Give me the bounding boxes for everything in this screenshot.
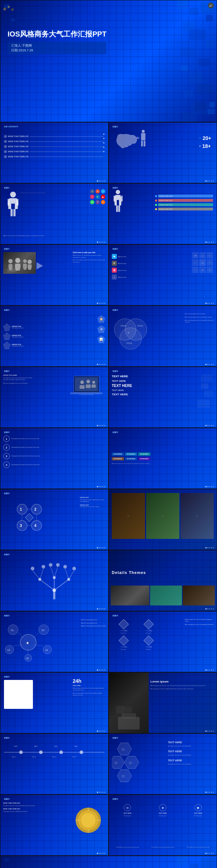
slide-14: 标题02 1 2 3 4 [0,489,109,550]
svg-point-59 [53,576,56,579]
slide6-arrow [37,262,43,269]
slide4-text: Add more text here for description purpo… [3,235,105,237]
pentagon-content: ENTER TITLE Description text here ENTER … [3,311,105,361]
slide11-deco [185,373,214,420]
gold-circle [74,806,103,835]
slide-5: 标题01 ENTER YOUR TEXT [109,183,217,244]
svg-line-43 [40,579,54,590]
slide23-items: TEXT HERE Description text here for more… [168,741,215,765]
svg-rect-6 [116,205,118,212]
svg-line-51 [69,570,74,579]
nav-dots-21 [205,731,214,732]
slide-3-label: 标题01 [112,125,213,128]
svg-point-58 [38,578,41,581]
toc-item-3: 03 MORE THAN TEMPLATE [4,145,105,148]
svg-point-52 [31,567,34,570]
svg-point-35 [31,520,42,531]
nav-dots-4 [97,242,105,243]
keyword-tags: KEYWORDS KEYWORDS KEYWORDS KEYWORDS KEYW… [112,434,214,483]
venn-circles: TITLE TITLE TITLE ◎ [112,315,156,352]
photos-strip: 📷 📷 📷 [112,493,214,539]
svg-line-47 [40,569,43,579]
bottom-desc: TEXT HERE more info text description are… [111,847,215,848]
nav-dots-18 [97,669,105,671]
svg-point-54 [49,563,52,567]
nav-dots-20 [97,731,105,732]
svg-rect-82 [116,706,125,713]
nav-dots-25 [205,853,214,854]
svg-text:TITLE: TITLE [137,325,143,327]
svg-text:⬡: ⬡ [122,748,124,751]
china-map [112,132,141,154]
nav-dots-2 [97,180,105,182]
toc-item-5: 05 MORE THAN TEMPLATE [4,155,105,158]
svg-rect-80 [122,713,136,719]
slide-18-label: 标题02 [4,614,105,617]
slide-25-label: 标题03 [112,798,213,800]
bottom-photos [111,586,215,605]
person-left [112,189,124,215]
bubble-diagram: ★ 01 02 03 04 05 [2,619,55,663]
svg-text:01: 01 [11,629,14,631]
slide-13-label: 标题02 [112,431,213,433]
svg-text:TITLE: TITLE [120,325,126,327]
nav-dots-6 [97,303,105,304]
svg-point-56 [63,565,67,569]
slide-22-label: 标题02 [4,737,105,739]
nav-dots-8 [97,364,105,365]
svg-text:04: 04 [45,649,48,651]
slide-12: 标题02 1 Description text here for item on… [0,428,109,489]
nav-dots-16 [97,608,105,609]
slide-23: 标题03 ⬡ ⬡ ⬡ ⬡ TEXT HERE [109,733,217,795]
svg-line-50 [65,569,69,579]
svg-point-24 [80,380,84,384]
slide-5-label: 标题01 [112,187,213,189]
svg-point-55 [56,563,60,567]
cover-subtitle1: 汇报人:千图网 [11,43,103,48]
svg-text:4: 4 [34,524,37,528]
slide-8: 标题01 ENTER TITLE Description text here E… [0,306,109,367]
cover-content: IOS风格商务大气工作汇报PPT 汇报人:千图网 日期:2019.7.28 [8,29,106,54]
svg-point-57 [72,567,76,570]
slide-4-label: 标题01 [4,187,105,189]
svg-point-33 [17,520,27,531]
slide-15: 📷 📷 📷 [109,489,217,550]
slide-19: 标题02 一二三四五 Description 一二三四五 Description… [109,611,217,672]
slide19-text: Add description text here to explain the… [185,619,214,626]
svg-line-48 [51,567,54,578]
big-text: TEXT HERE TEXT HERE TEXT HERE TEXT HERE … [112,374,132,397]
toc-list: 01 MORE THAN TEMPLATE 02 MORE THAN TEMPL… [4,135,105,158]
three-items: ◎ TEXT HERE Add description ◈ TEXT HERE … [111,804,215,817]
svg-point-93 [81,813,95,827]
slide-18: 标题02 [0,611,109,672]
slide-21: Lorem ipsum Add description text here fo… [109,672,217,733]
svg-text:⬡: ⬡ [122,775,124,778]
svg-text:2: 2 [34,507,37,511]
svg-point-5 [116,190,120,194]
svg-line-49 [54,567,58,578]
svg-rect-9 [121,196,123,201]
lorem-text: Lorem ipsum Add description text here fo… [150,680,214,690]
svg-text:3: 3 [20,524,22,528]
ending-content: 千图感谢一路有你 THANK YOU,TEMPLATE THANKS FOR Y… [0,856,217,868]
svg-text:05: 05 [26,657,29,660]
svg-point-26 [92,381,95,384]
svg-point-61 [52,588,56,592]
details-themes-label: Details Themes [112,570,146,575]
svg-point-0 [10,192,16,197]
svg-marker-89 [117,770,132,782]
dark-photo [109,673,149,733]
svg-rect-1 [10,209,13,216]
slide-20: 标题02 24h FEEL FREE Add description text … [0,672,109,733]
cover-subtitle2: 日期:2019.7.28 [11,48,103,53]
nav-dots-13 [205,486,214,487]
svg-text:1: 1 [20,507,22,511]
nav-dots-19 [205,669,214,671]
hex-pattern: 1 2 3 4 [4,497,51,540]
nav-dots-24 [97,853,105,854]
svg-text:TITLE: TITLE [126,342,132,344]
svg-line-46 [33,570,40,579]
svg-rect-27 [70,392,103,394]
timeline: 2019 2020 2021 2022 Add text Add text Ad… [4,752,105,753]
nav-dots-14 [97,547,105,548]
